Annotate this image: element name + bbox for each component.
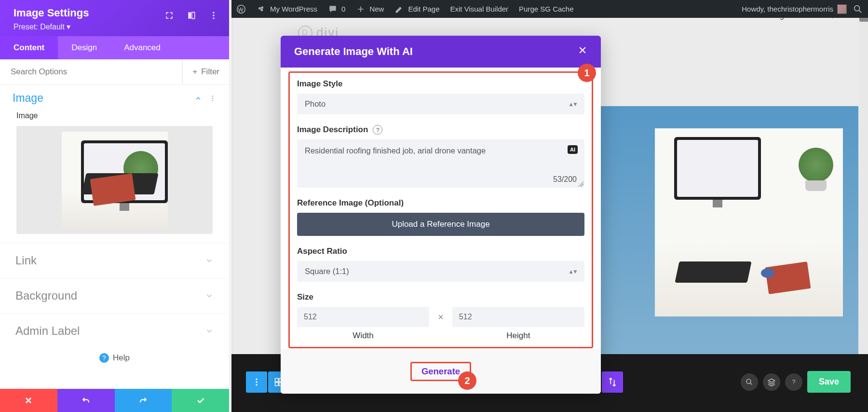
- expand-icon[interactable]: [164, 11, 174, 22]
- help-link[interactable]: ?Help: [0, 348, 229, 365]
- size-separator: ×: [438, 312, 444, 336]
- aspect-ratio-label: Aspect Ratio: [297, 247, 584, 256]
- svg-point-8: [213, 14, 214, 16]
- ai-badge[interactable]: AI: [568, 145, 578, 154]
- svg-point-15: [256, 381, 257, 383]
- admin-search-icon[interactable]: [853, 4, 863, 14]
- tab-design[interactable]: Design: [58, 36, 110, 59]
- size-label: Size: [297, 292, 584, 302]
- vertical-scrollbar[interactable]: [858, 0, 868, 412]
- image-description-label: Image Description?: [297, 125, 584, 135]
- preset-dropdown[interactable]: Preset: Default▾: [14, 22, 216, 31]
- svg-point-1: [258, 7, 261, 9]
- builder-menu-button[interactable]: [246, 371, 267, 393]
- height-input[interactable]: [452, 307, 584, 327]
- tab-content[interactable]: Content: [0, 36, 58, 59]
- modal-title: Generate Image With AI: [294, 45, 413, 58]
- svg-point-3: [260, 9, 263, 11]
- chevron-down-icon: [205, 256, 214, 265]
- help-icon: ?: [99, 353, 109, 363]
- reference-image-label: Reference Image (Optional): [297, 198, 584, 208]
- image-style-label: Image Style: [297, 79, 584, 89]
- wp-admin-bar: My WordPress 0 New Edit Page Exit Visual…: [231, 0, 868, 18]
- panel-bottom-actions: [0, 389, 229, 412]
- chevron-down-icon: [205, 291, 214, 300]
- section-background[interactable]: Background: [0, 278, 229, 313]
- svg-rect-17: [275, 379, 279, 382]
- svg-point-9: [213, 17, 214, 19]
- generate-image-ai-modal: Generate Image With AI Image Style Photo…: [281, 36, 601, 394]
- builder-right-controls: ? Save: [741, 371, 851, 393]
- chevron-down-icon: [205, 327, 214, 335]
- tab-advanced[interactable]: Advanced: [110, 36, 174, 59]
- resize-handle[interactable]: [578, 181, 583, 187]
- chevron-up-icon: [194, 95, 202, 102]
- svg-rect-19: [275, 383, 279, 386]
- image-description-input[interactable]: [297, 139, 584, 186]
- svg-rect-5: [188, 12, 191, 18]
- site-name-link[interactable]: My WordPress: [257, 4, 317, 14]
- char-count: 53/200: [553, 175, 577, 184]
- undo-button[interactable]: [57, 389, 115, 412]
- svg-point-14: [256, 379, 257, 380]
- section-image-header[interactable]: Image: [0, 85, 229, 111]
- image-style-select[interactable]: Photo▲▼: [297, 94, 584, 114]
- new-link[interactable]: New: [356, 4, 384, 14]
- discard-button[interactable]: [0, 389, 57, 412]
- svg-point-7: [213, 12, 214, 14]
- svg-rect-6: [192, 12, 195, 18]
- section-link[interactable]: Link: [0, 243, 229, 278]
- redo-button[interactable]: [115, 389, 172, 412]
- plus-icon: +: [192, 67, 197, 77]
- modal-header: Generate Image With AI: [281, 36, 601, 68]
- save-button[interactable]: Save: [807, 371, 851, 393]
- svg-point-21: [746, 379, 751, 384]
- edit-page-link[interactable]: Edit Page: [394, 4, 439, 14]
- exit-visual-builder-link[interactable]: Exit Visual Builder: [450, 5, 508, 13]
- svg-text:?: ?: [792, 378, 796, 385]
- image-field-label: Image: [16, 111, 213, 120]
- svg-point-11: [212, 97, 214, 99]
- help-icon[interactable]: ?: [373, 125, 382, 135]
- comments-link[interactable]: 0: [328, 4, 345, 14]
- avatar: [837, 4, 847, 14]
- builder-help-button[interactable]: ?: [785, 373, 802, 391]
- howdy-user[interactable]: Howdy, thechristophermorris: [742, 4, 847, 14]
- svg-point-4: [854, 5, 860, 11]
- width-sublabel: Width: [297, 331, 429, 341]
- wp-logo-icon[interactable]: [236, 4, 246, 14]
- close-button[interactable]: [578, 45, 587, 58]
- search-options-input[interactable]: [0, 59, 182, 84]
- svg-point-2: [261, 6, 263, 9]
- settings-tabs: Content Design Advanced: [0, 36, 229, 59]
- image-thumbnail[interactable]: [16, 126, 213, 234]
- callout-1: 1: [578, 64, 596, 82]
- builder-search-button[interactable]: [741, 373, 758, 391]
- snap-icon[interactable]: [187, 11, 196, 22]
- image-settings-panel: Image Settings Preset: Default▾ Content …: [0, 0, 229, 412]
- width-input[interactable]: [297, 307, 429, 327]
- kebab-icon[interactable]: [209, 11, 218, 22]
- chevron-down-icon: ▾: [67, 22, 70, 31]
- svg-point-10: [212, 96, 214, 97]
- canvas-image[interactable]: [655, 128, 843, 316]
- upload-reference-button[interactable]: Upload a Reference Image: [297, 213, 584, 236]
- height-sublabel: Height: [452, 331, 584, 341]
- filter-button[interactable]: +Filter: [182, 60, 229, 83]
- select-chevron-icon: ▲▼: [568, 101, 577, 108]
- panel-header: Image Settings Preset: Default▾: [0, 0, 229, 36]
- purge-cache-link[interactable]: Purge SG Cache: [519, 5, 573, 13]
- select-chevron-icon: ▲▼: [568, 268, 577, 275]
- builder-swap-button[interactable]: [602, 371, 623, 393]
- aspect-ratio-select[interactable]: Square (1:1)▲▼: [297, 261, 584, 282]
- confirm-button[interactable]: [172, 389, 229, 412]
- builder-layers-button[interactable]: [763, 373, 780, 391]
- svg-point-16: [256, 384, 257, 385]
- kebab-icon[interactable]: [209, 95, 217, 102]
- section-admin-label[interactable]: Admin Label: [0, 313, 229, 348]
- callout-2: 2: [458, 371, 476, 390]
- svg-point-12: [212, 100, 214, 101]
